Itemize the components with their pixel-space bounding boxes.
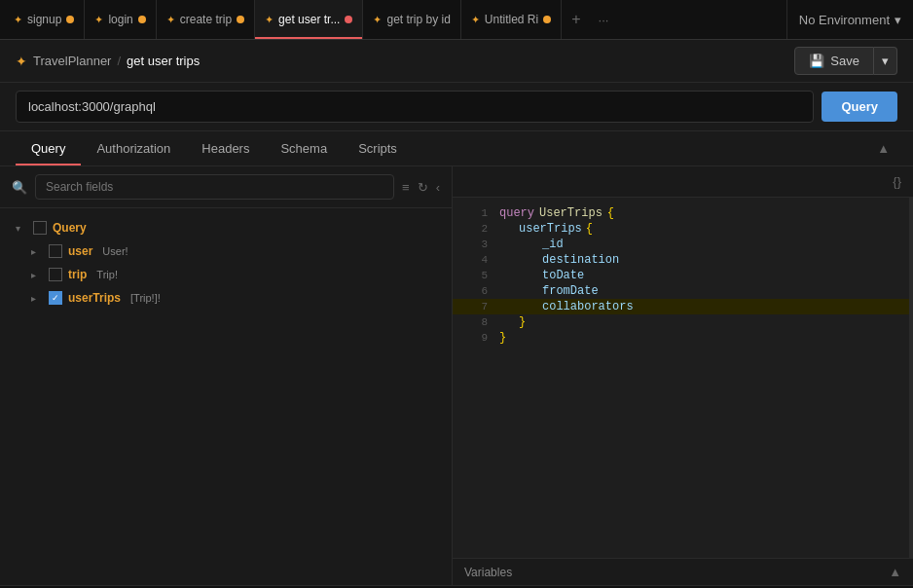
- checkbox-trip[interactable]: [49, 268, 62, 281]
- tab-get-user-trips[interactable]: ✦ get user tr...: [255, 0, 363, 39]
- tab-login[interactable]: ✦ login: [85, 0, 156, 39]
- url-input[interactable]: [16, 91, 814, 123]
- url-bar: Query: [0, 83, 913, 131]
- code-line-8: 8 }: [453, 314, 913, 330]
- query-button[interactable]: Query: [822, 92, 897, 122]
- code-toolbar: {}: [453, 166, 913, 198]
- app-icon: ✦: [16, 54, 27, 69]
- expand-icon-usertrips: ▸: [31, 293, 43, 304]
- tab-dot-create-trip: [237, 16, 244, 23]
- tab-create-trip[interactable]: ✦ create trip: [157, 0, 255, 39]
- tab-dot-untitled: [543, 16, 551, 23]
- save-group: 💾 Save ▾: [794, 47, 897, 75]
- variables-bar: Variables ▲: [453, 558, 913, 585]
- tab-icon-untitled: ✦: [471, 14, 480, 26]
- expand-icon-trip: ▸: [31, 270, 43, 280]
- breadcrumb-bar: ✦ TravelPlanner / get user trips 💾 Save …: [0, 40, 913, 83]
- tab-label-get-trip-by-id: get trip by id: [386, 13, 450, 26]
- code-line-7: 7 collaborators: [453, 299, 913, 314]
- field-tree: ▾ Query ▸ user User! ▸ trip Trip! ▸: [0, 208, 452, 585]
- env-label: No Environment: [799, 13, 890, 27]
- code-line-5: 5 toDate: [453, 268, 913, 283]
- tree-item-user[interactable]: ▸ user User!: [0, 239, 452, 263]
- tab-dot-login: [138, 16, 146, 23]
- brackets-icon[interactable]: {}: [889, 170, 905, 193]
- save-label: Save: [830, 54, 859, 68]
- tab-icon-get-trip-by-id: ✦: [373, 14, 382, 26]
- tree-type-usertrips: [Trip!]!: [130, 292, 161, 304]
- code-line-3: 3 _id: [453, 237, 913, 252]
- search-bar: 🔍 ≡ ↻ ‹: [0, 166, 452, 208]
- code-line-1: 1 query UserTrips {: [453, 205, 913, 221]
- tab-untitled[interactable]: ✦ Untitled Ri: [461, 0, 562, 39]
- filter-icon[interactable]: ≡: [402, 180, 410, 195]
- code-editor[interactable]: 1 query UserTrips { 2 userTrips { 3 _id …: [453, 198, 913, 558]
- variables-label[interactable]: Variables: [464, 566, 512, 579]
- tab-get-trip-by-id[interactable]: ✦ get trip by id: [363, 0, 460, 39]
- checkbox-usertrips[interactable]: ✓: [49, 291, 62, 305]
- tree-item-usertrips[interactable]: ▸ ✓ userTrips [Trip!]!: [0, 286, 452, 310]
- tab-authorization[interactable]: Authorization: [81, 131, 186, 165]
- tab-signup[interactable]: ✦ signup: [4, 0, 85, 39]
- tab-icon-login: ✦: [94, 14, 103, 26]
- collapse-panel-button[interactable]: ▲: [869, 133, 897, 164]
- tab-label-login: login: [108, 13, 132, 26]
- search-icon: 🔍: [12, 180, 27, 195]
- tab-label-create-trip: create trip: [180, 13, 232, 26]
- tab-dot-signup: [66, 16, 74, 23]
- save-button[interactable]: 💾 Save: [794, 47, 874, 75]
- new-tab-button[interactable]: +: [562, 11, 590, 28]
- main-area: 🔍 ≡ ↻ ‹ ▾ Query ▸ user User! ▸: [0, 166, 913, 585]
- expand-icon: ▾: [16, 223, 27, 234]
- nav-tabs: Query Authorization Headers Schema Scrip…: [0, 131, 913, 166]
- code-line-6: 6 fromDate: [453, 283, 913, 299]
- tab-label-signup: signup: [27, 13, 61, 26]
- tree-key-usertrips: userTrips: [68, 291, 121, 305]
- expand-icon-user: ▸: [31, 246, 43, 257]
- environment-selector[interactable]: No Environment ▾: [786, 0, 913, 39]
- tree-key-query: Query: [53, 221, 87, 235]
- breadcrumb-separator: /: [117, 54, 121, 68]
- code-line-4: 4 destination: [453, 252, 913, 268]
- tree-item-trip[interactable]: ▸ trip Trip!: [0, 263, 452, 286]
- breadcrumb: ✦ TravelPlanner / get user trips: [16, 54, 200, 69]
- right-panel: {} 1 query UserTrips { 2 userTrips { 3 _…: [453, 166, 913, 585]
- tab-bar: ✦ signup ✦ login ✦ create trip ✦ get use…: [0, 0, 913, 40]
- tab-query[interactable]: Query: [16, 131, 81, 165]
- code-line-2: 2 userTrips {: [453, 221, 913, 237]
- tab-label-untitled: Untitled Ri: [485, 13, 538, 26]
- tree-type-trip: Trip!: [96, 269, 118, 280]
- checkbox-query[interactable]: [33, 221, 47, 235]
- tab-dot-get-user-trips: [345, 16, 352, 23]
- tab-schema[interactable]: Schema: [265, 131, 343, 165]
- save-icon: 💾: [809, 54, 824, 68]
- tab-label-get-user-trips: get user tr...: [278, 13, 340, 26]
- left-panel: 🔍 ≡ ↻ ‹ ▾ Query ▸ user User! ▸: [0, 166, 453, 585]
- save-dropdown-button[interactable]: ▾: [874, 47, 897, 75]
- tree-key-trip: trip: [68, 268, 87, 281]
- tab-headers[interactable]: Headers: [186, 131, 265, 165]
- tab-icon-signup: ✦: [14, 14, 22, 26]
- checkbox-user[interactable]: [49, 244, 62, 258]
- more-tabs-button[interactable]: ···: [591, 13, 617, 27]
- variables-collapse-icon[interactable]: ▲: [889, 565, 901, 579]
- scrollbar[interactable]: [909, 198, 913, 558]
- tab-icon-create-trip: ✦: [166, 14, 175, 26]
- code-line-9: 9 }: [453, 330, 913, 346]
- breadcrumb-app[interactable]: TravelPlanner: [33, 54, 111, 68]
- tree-type-user: User!: [102, 245, 128, 257]
- tree-item-query[interactable]: ▾ Query: [0, 216, 452, 239]
- breadcrumb-current: get user trips: [127, 54, 200, 68]
- refresh-icon[interactable]: ↻: [418, 180, 428, 195]
- chevron-down-icon: ▾: [895, 13, 901, 27]
- tab-icon-get-user-trips: ✦: [265, 14, 274, 26]
- tree-key-user: user: [68, 244, 92, 258]
- search-input[interactable]: [35, 174, 394, 200]
- tab-scripts[interactable]: Scripts: [343, 131, 413, 165]
- back-icon[interactable]: ‹: [436, 180, 440, 195]
